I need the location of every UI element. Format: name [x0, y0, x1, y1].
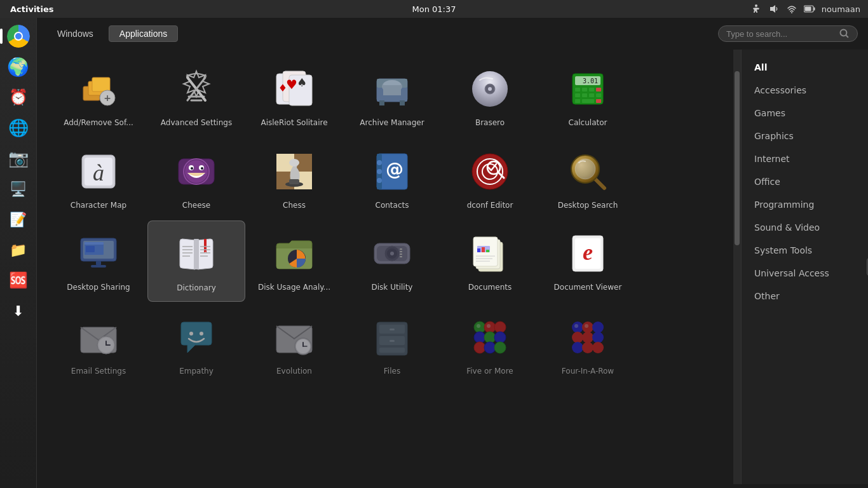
category-graphics[interactable]: Graphics: [742, 125, 868, 147]
dock-item-chrome[interactable]: [5, 23, 32, 50]
dictionary-label: Dictionary: [177, 283, 216, 294]
app-item-desktop-sharing[interactable]: Desktop Sharing: [50, 220, 147, 302]
brasero-label: Brasero: [475, 118, 505, 128]
svg-rect-80: [85, 242, 104, 245]
svg-rect-110: [477, 248, 480, 252]
app-item-email-settings[interactable]: Email Settings: [50, 304, 147, 384]
svg-point-148: [572, 332, 583, 343]
desktop-search-icon: [565, 149, 611, 194]
category-sound-video[interactable]: Sound & Video: [742, 216, 868, 239]
app-item-contacts[interactable]: @ Contacts: [343, 139, 441, 219]
search-input[interactable]: [726, 29, 839, 39]
svg-text:♠: ♠: [297, 76, 307, 89]
app-item-dconf[interactable]: dconf Editor: [441, 139, 539, 219]
app-item-five-or-more[interactable]: Five or More: [441, 304, 539, 384]
dock-item-globe[interactable]: 🌐: [5, 114, 32, 141]
svg-point-31: [488, 87, 492, 91]
calculator-icon: 3.01: [565, 66, 611, 112]
documents-icon: [467, 231, 513, 276]
dock-item-world[interactable]: 🌍: [5, 53, 32, 80]
dock-item-camera[interactable]: 📷: [5, 145, 32, 172]
svg-rect-45: [596, 99, 601, 103]
dock-item-help[interactable]: 🆘: [5, 267, 32, 294]
svg-rect-131: [379, 348, 405, 353]
dock-item-files[interactable]: 📁: [5, 236, 32, 263]
app-item-files[interactable]: Files: [343, 304, 441, 384]
app-item-desktop-search[interactable]: Desktop Search: [539, 139, 637, 219]
app-item-archive-manager[interactable]: Archive Manager: [343, 56, 441, 136]
svg-text:à: à: [93, 160, 104, 186]
svg-point-151: [572, 342, 583, 353]
app-item-evolution[interactable]: Evolution: [245, 304, 343, 384]
dock: 🌍 ⏰ 🌐 📷 🖥️ 📝 📁 🆘 ⬇️: [0, 18, 37, 488]
app-item-chess[interactable]: Chess: [245, 139, 343, 219]
topbar-right: noumaan: [750, 3, 860, 15]
svg-point-67: [377, 169, 382, 174]
svg-rect-84: [194, 239, 199, 269]
app-item-disk-utility[interactable]: Disk Utility: [343, 220, 441, 302]
app-grid: + Add/Remove Sof...: [37, 50, 733, 484]
accessibility-icon[interactable]: [750, 3, 762, 15]
activities-button[interactable]: Activities: [8, 4, 57, 14]
svg-point-98: [390, 252, 394, 255]
category-accessories[interactable]: Accessories: [742, 79, 868, 102]
app-item-character-map[interactable]: à Character Map: [50, 139, 147, 219]
username-label[interactable]: noumaan: [822, 4, 860, 14]
svg-rect-38: [596, 88, 601, 92]
app-item-four-in-row[interactable]: Four-In-A-Row: [539, 304, 637, 384]
search-icon: [839, 29, 850, 39]
category-universal-access[interactable]: Universal Access: [742, 262, 868, 285]
sidebar-categories: ▶ All Accessories Games Graphics Interne…: [741, 50, 868, 484]
category-games[interactable]: Games: [742, 102, 868, 125]
svg-point-50: [185, 160, 208, 183]
svg-point-122: [200, 332, 203, 336]
add-remove-icon: +: [76, 66, 121, 112]
svg-rect-26: [383, 85, 401, 95]
svg-point-154: [574, 324, 578, 328]
svg-point-142: [494, 342, 506, 353]
svg-rect-81: [86, 246, 95, 252]
dock-item-monitor[interactable]: 🖥️: [5, 175, 32, 202]
app-item-add-remove[interactable]: + Add/Remove Sof...: [50, 56, 147, 136]
svg-text:e: e: [583, 240, 593, 265]
svg-rect-44: [582, 99, 594, 103]
svg-point-68: [377, 178, 382, 183]
app-item-aisleriot[interactable]: ♥ ♠ ♦ AisleRiot Solitaire: [245, 56, 343, 136]
applications-tab[interactable]: Applications: [109, 25, 179, 42]
app-item-advanced-settings[interactable]: Advanced Settings: [147, 56, 245, 136]
category-system-tools[interactable]: System Tools: [742, 239, 868, 262]
svg-point-152: [582, 342, 593, 353]
app-item-disk-usage[interactable]: Disk Usage Analy...: [245, 220, 343, 302]
category-programming[interactable]: Programming: [742, 193, 868, 216]
category-office[interactable]: Office: [742, 170, 868, 193]
svg-point-144: [487, 324, 491, 328]
windows-tab[interactable]: Windows: [47, 26, 104, 41]
svg-point-143: [477, 324, 480, 328]
four-in-row-label: Four-In-A-Row: [562, 367, 614, 377]
category-internet[interactable]: Internet: [742, 147, 868, 170]
app-item-cheese[interactable]: Cheese: [147, 139, 245, 219]
svg-text:@: @: [386, 159, 403, 180]
app-item-documents[interactable]: Documents: [441, 220, 539, 302]
battery-icon[interactable]: [804, 3, 815, 15]
svg-point-53: [191, 167, 193, 170]
volume-icon[interactable]: [768, 3, 780, 15]
svg-point-141: [484, 342, 496, 353]
svg-point-136: [494, 322, 506, 333]
svg-rect-132: [390, 329, 395, 330]
wifi-icon[interactable]: [786, 3, 797, 15]
dock-item-clock[interactable]: ⏰: [5, 84, 32, 111]
category-other[interactable]: Other: [742, 285, 868, 308]
app-item-empathy[interactable]: Empathy: [147, 304, 245, 384]
topbar: Activities Mon 01:37: [0, 0, 868, 18]
dock-item-notes[interactable]: 📝: [5, 206, 32, 233]
app-item-dictionary[interactable]: Dictionary: [147, 220, 245, 302]
category-all[interactable]: All: [742, 56, 868, 79]
app-item-calculator[interactable]: 3.01: [539, 56, 637, 136]
svg-rect-28: [400, 100, 405, 105]
dock-item-download[interactable]: ⬇️: [5, 297, 32, 324]
scrollbar[interactable]: [733, 50, 741, 484]
app-item-document-viewer[interactable]: e Document Viewer: [539, 220, 637, 302]
app-item-brasero[interactable]: Brasero: [441, 56, 539, 136]
svg-point-153: [592, 342, 604, 353]
